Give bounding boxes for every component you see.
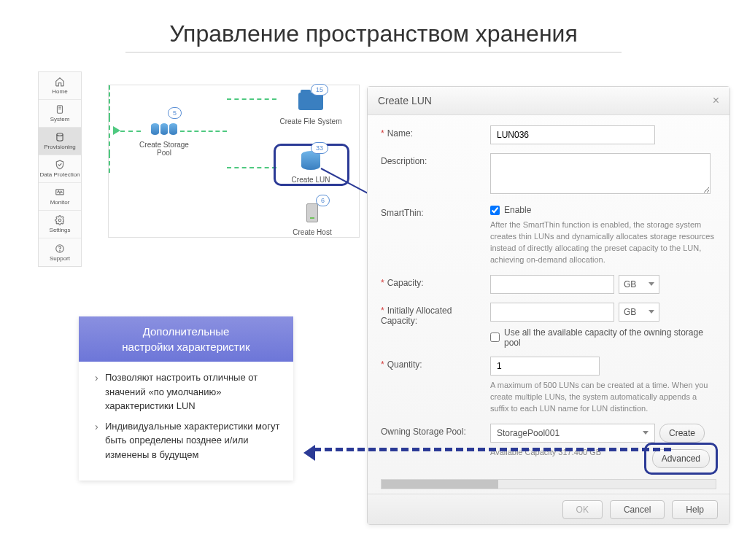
dialog-title: Create LUN (378, 95, 432, 106)
owning-pool-select[interactable]: StoragePool001 (490, 424, 655, 443)
initial-capacity-unit-select[interactable]: GB (619, 303, 659, 322)
smartthin-help: After the SmartThin function is enabled,… (490, 219, 716, 266)
create-lun-dialog: Create LUN × *Name: Description: SmartTh… (367, 86, 730, 525)
pointer-arrow-dashed-icon (314, 448, 671, 451)
sidebar-item-support[interactable]: Support (39, 238, 81, 266)
badge: 5 (168, 107, 182, 119)
node-create-lun[interactable]: 33 Create LUN (281, 149, 341, 184)
smartthin-enable-label: Enable (504, 205, 531, 215)
sidebar-item-label: Monitor (50, 199, 70, 206)
monitor-icon (55, 187, 65, 198)
sidebar-item-data-protection[interactable]: Data Protection (39, 155, 81, 183)
callout-body: Позволяют настроить отличные от значений… (79, 362, 293, 481)
description-input[interactable] (490, 153, 711, 194)
start-arrow-icon (113, 126, 120, 135)
system-icon (55, 104, 65, 114)
node-create-host[interactable]: 6 Create Host (287, 202, 338, 236)
name-input[interactable] (490, 125, 655, 144)
node-label: Create Host (287, 228, 338, 236)
sidebar-item-system[interactable]: System (39, 100, 81, 128)
dialog-header: Create LUN × (368, 87, 729, 115)
page-title: Управление пространством хранения (0, 0, 747, 52)
unit-label: GB (624, 279, 636, 289)
use-all-label: Use all the available capacity of the ow… (504, 327, 716, 348)
node-label: Create File System (278, 117, 344, 125)
callout-item: Позволяют настроить отличные от значений… (95, 370, 283, 413)
close-icon[interactable]: × (713, 94, 719, 107)
callout-header-line1: Дополнительные (85, 324, 287, 339)
home-icon (55, 77, 65, 87)
smartthin-label: SmartThin: (381, 208, 424, 218)
sidebar-item-label: Data Protection (39, 171, 80, 178)
shield-icon (55, 160, 65, 170)
use-all-checkbox[interactable] (490, 332, 500, 342)
horizontal-scrollbar[interactable] (381, 479, 716, 489)
scrollbar-thumb[interactable] (382, 480, 498, 489)
provisioning-icon (55, 132, 65, 142)
sidebar-item-label: Settings (50, 227, 71, 233)
quantity-input[interactable] (490, 357, 600, 376)
sidebar-item-label: Home (52, 88, 67, 95)
node-create-file-system[interactable]: 15 Create File System (278, 90, 344, 125)
node-label: Create LUN (281, 176, 341, 184)
title-divider (125, 52, 622, 52)
badge: 6 (316, 195, 330, 206)
owning-pool-label: Owning Storage Pool: (381, 427, 466, 437)
chevron-down-icon (649, 282, 654, 286)
svg-point-5 (58, 219, 61, 222)
callout-header-line2: настройки характеристик (85, 339, 287, 354)
sidebar-item-monitor[interactable]: Monitor (39, 183, 81, 211)
owning-pool-value: StoragePool001 (497, 428, 560, 438)
capacity-unit-select[interactable]: GB (619, 275, 659, 294)
chevron-down-icon (649, 310, 654, 314)
sidebar-item-label: Support (50, 255, 70, 262)
connector (227, 98, 276, 100)
smartthin-checkbox[interactable] (490, 206, 500, 215)
callout-header: Дополнительные настройки характеристик (79, 316, 293, 362)
sidebar: Home System Provisioning Data Protection… (38, 71, 82, 267)
advanced-button[interactable]: Advanced (652, 449, 710, 468)
name-label: Name: (387, 128, 413, 139)
server-icon (306, 203, 318, 222)
cancel-button[interactable]: Cancel (610, 500, 665, 519)
badge: 33 (311, 142, 328, 154)
node-create-storage-pool[interactable]: 5 Create Storage Pool (135, 116, 193, 157)
node-label: Create Storage Pool (135, 141, 193, 157)
callout-item: Индивидуальные характеристики могут быть… (95, 419, 283, 462)
capacity-label: Capacity: (387, 278, 424, 288)
chevron-down-icon (643, 431, 649, 435)
create-pool-button[interactable]: Create (659, 424, 705, 443)
connector (227, 167, 276, 168)
svg-point-7 (60, 250, 61, 251)
support-icon (55, 244, 65, 254)
quantity-help: A maximum of 500 LUNs can be created at … (490, 380, 716, 415)
callout-advanced-settings: Дополнительные настройки характеристик П… (79, 316, 293, 481)
sidebar-item-settings[interactable]: Settings (39, 211, 81, 238)
sidebar-item-label: Provisioning (44, 144, 76, 150)
capacity-input[interactable] (490, 275, 614, 294)
gear-icon (55, 215, 65, 225)
dialog-footer: OK Cancel Help (368, 494, 729, 524)
initial-capacity-input[interactable] (490, 303, 614, 322)
workflow-panel: 5 Create Storage Pool 15 Create File Sys… (108, 85, 360, 238)
unit-label: GB (624, 307, 636, 317)
initial-capacity-label: Initially Allocated Capacity: (381, 306, 452, 326)
ok-button[interactable]: OK (562, 500, 603, 519)
sidebar-item-home[interactable]: Home (39, 72, 81, 100)
description-label: Description: (381, 156, 427, 166)
sidebar-item-provisioning[interactable]: Provisioning (39, 128, 81, 155)
sidebar-item-label: System (50, 116, 70, 122)
svg-point-3 (57, 133, 63, 136)
help-button[interactable]: Help (672, 500, 718, 519)
quantity-label: Quantity: (387, 359, 422, 370)
badge: 15 (311, 84, 328, 96)
